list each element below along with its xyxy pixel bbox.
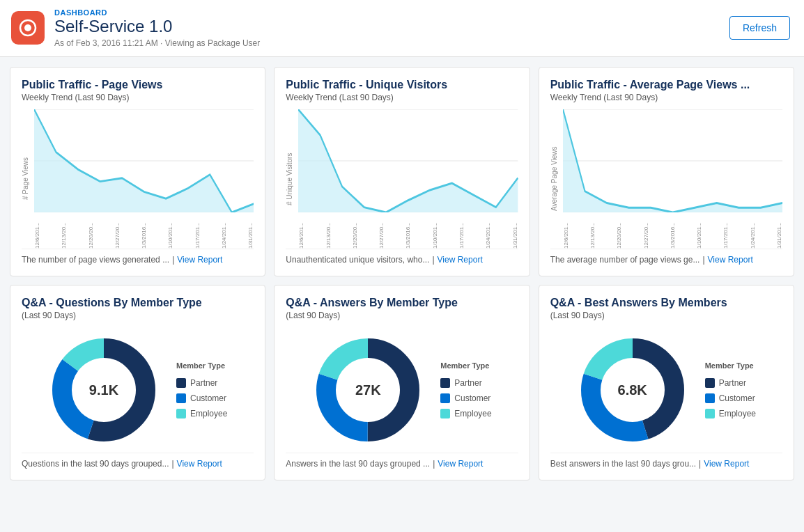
view-report-link[interactable]: View Report	[177, 255, 222, 265]
x-label: 1/10/201...	[432, 214, 438, 249]
legend-label: Customer	[719, 393, 755, 403]
legend-label: Employee	[719, 409, 756, 418]
chart-inner: 12/6/201...12/13/20...12/20/20...12/27/2…	[298, 109, 518, 249]
donut-center-label: 27K	[355, 382, 381, 398]
legend-swatch	[705, 409, 715, 418]
footer-separator: |	[433, 459, 435, 469]
donut-center-label: 6.8K	[618, 382, 647, 398]
chart-area: # Page Views 12/6/201...12/13/20...12/20…	[22, 109, 254, 249]
card-avg-page-views: Public Traffic - Average Page Views ...W…	[539, 67, 794, 276]
legend-item: Customer	[440, 393, 491, 403]
x-label: 12/20/20...	[616, 214, 622, 249]
card-questions-by-member: Q&A - Questions By Member Type(Last 90 D…	[10, 285, 265, 480]
card-title: Public Traffic - Unique Visitors	[286, 79, 518, 91]
x-label: 1/10/201...	[167, 214, 173, 249]
legend-title: Member Type	[705, 361, 756, 370]
footer-separator: |	[702, 255, 704, 265]
view-report-link[interactable]: View Report	[438, 459, 483, 469]
legend-label: Customer	[190, 393, 226, 403]
chart-inner: 12/6/201...12/13/20...12/20/20...12/27/2…	[34, 109, 254, 249]
card-subtitle: Weekly Trend (Last 90 Days)	[286, 93, 518, 102]
chart-area: # Unique Visitors 12/6/201...12/13/20...…	[286, 109, 518, 249]
refresh-button[interactable]: Refresh	[729, 16, 790, 40]
x-label: 12/6/201...	[298, 214, 304, 249]
x-label: 12/20/20...	[352, 214, 358, 249]
card-subtitle: (Last 90 Days)	[286, 311, 518, 320]
x-label: 12/27/20...	[378, 214, 385, 249]
view-report-link[interactable]: View Report	[708, 255, 753, 265]
x-label: 1/3/2016...	[405, 214, 411, 249]
legend-item: Customer	[176, 393, 227, 403]
footer-separator: |	[699, 459, 701, 469]
legend: Member TypePartnerCustomerEmployee	[705, 361, 756, 418]
legend-item: Partner	[440, 378, 491, 388]
card-title: Q&A - Questions By Member Type	[22, 297, 254, 309]
view-report-link[interactable]: View Report	[704, 459, 749, 469]
card-best-answers-by-member: Q&A - Best Answers By Members(Last 90 Da…	[539, 285, 794, 480]
card-footer: The average number of page views ge... |…	[550, 249, 782, 265]
line-chart	[298, 109, 518, 212]
footer-separator: |	[432, 255, 434, 265]
x-label: 12/6/201...	[563, 214, 569, 249]
footer-separator: |	[172, 255, 174, 265]
card-answers-by-member: Q&A - Answers By Member Type(Last 90 Day…	[274, 285, 529, 480]
x-label: 1/17/201...	[194, 214, 201, 249]
card-subtitle: (Last 90 Days)	[22, 311, 254, 320]
x-label: 1/24/201...	[221, 214, 227, 249]
legend: Member TypePartnerCustomerEmployee	[176, 361, 227, 418]
legend-swatch	[705, 378, 715, 388]
legend-item: Customer	[705, 393, 756, 403]
card-title: Public Traffic - Page Views	[22, 79, 254, 91]
x-label: 1/3/2016...	[141, 214, 147, 249]
legend-swatch	[440, 378, 450, 388]
legend-label: Customer	[454, 393, 490, 403]
donut-section: 6.8KMember TypePartnerCustomerEmployee	[550, 327, 782, 453]
legend-item: Employee	[176, 409, 227, 418]
chart-area: Average Page Views 12/6/201...12/13/20..…	[550, 109, 782, 249]
app-logo	[11, 11, 45, 45]
view-report-link[interactable]: View Report	[438, 255, 483, 265]
legend-swatch	[176, 409, 186, 418]
x-label: 12/13/20...	[589, 214, 596, 249]
card-footer-text: Best answers in the last 90 days grou...	[550, 459, 696, 469]
legend: Member TypePartnerCustomerEmployee	[440, 361, 491, 418]
card-footer: Questions in the last 90 days grouped...…	[22, 453, 254, 469]
x-label: 12/27/20...	[114, 214, 121, 249]
x-label: 1/24/201...	[485, 214, 491, 249]
x-label: 1/17/201...	[458, 214, 465, 249]
view-report-link[interactable]: View Report	[177, 459, 222, 469]
legend-label: Employee	[454, 409, 491, 418]
y-axis-label: # Page Views	[22, 109, 31, 249]
header-text: DASHBOARD Self-Service 1.0 As of Feb 3, …	[54, 8, 729, 48]
legend-swatch	[440, 393, 450, 403]
donut-center-label: 9.1K	[89, 382, 118, 398]
card-footer: Answers in the last 90 days grouped ... …	[286, 453, 518, 469]
donut-chart: 6.8K	[577, 334, 688, 446]
legend-label: Partner	[454, 378, 481, 388]
x-label: 12/13/20...	[325, 214, 332, 249]
x-axis-labels: 12/6/201...12/13/20...12/20/20...12/27/2…	[34, 212, 254, 249]
card-footer: Best answers in the last 90 days grou...…	[550, 453, 782, 469]
card-title: Public Traffic - Average Page Views ...	[550, 79, 782, 91]
card-footer-text: The average number of page views ge...	[550, 255, 700, 265]
legend-item: Employee	[440, 409, 491, 418]
card-title: Q&A - Best Answers By Members	[550, 297, 782, 309]
card-footer: The number of page views generated ... |…	[22, 249, 254, 265]
legend-title: Member Type	[176, 361, 227, 370]
x-label: 12/20/20...	[88, 214, 94, 249]
line-chart	[563, 109, 782, 212]
donut-section: 27KMember TypePartnerCustomerEmployee	[286, 327, 518, 453]
card-footer-text: The number of page views generated ...	[22, 255, 169, 265]
page-title: Self-Service 1.0	[54, 17, 729, 37]
legend-label: Partner	[719, 378, 746, 388]
card-unique-visitors: Public Traffic - Unique VisitorsWeekly T…	[274, 67, 529, 276]
legend-title: Member Type	[440, 361, 491, 370]
card-page-views: Public Traffic - Page ViewsWeekly Trend …	[10, 67, 265, 276]
footer-separator: |	[171, 459, 173, 469]
card-subtitle: Weekly Trend (Last 90 Days)	[550, 93, 782, 102]
donut-section: 9.1KMember TypePartnerCustomerEmployee	[22, 327, 254, 453]
x-label: 1/24/201...	[750, 214, 756, 249]
dashboard-grid: Public Traffic - Page ViewsWeekly Trend …	[0, 57, 804, 490]
x-label: 1/17/201...	[722, 214, 729, 249]
donut-chart: 27K	[312, 334, 424, 446]
